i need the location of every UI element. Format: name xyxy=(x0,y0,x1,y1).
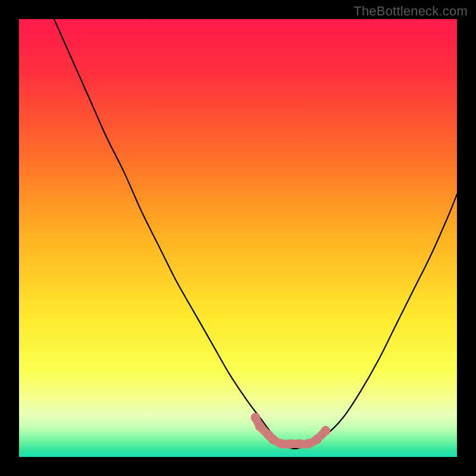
watermark-text: TheBottleneck.com xyxy=(353,4,468,19)
optimal-marker-dot xyxy=(277,439,287,449)
optimal-marker-dot xyxy=(303,439,313,449)
gradient-background xyxy=(19,19,457,457)
plot-area xyxy=(19,19,457,457)
optimal-marker-dot xyxy=(286,439,295,449)
optimal-marker-dot xyxy=(295,439,304,449)
optimal-marker-dot xyxy=(255,421,265,431)
optimal-marker-dot xyxy=(250,413,260,422)
optimal-marker-dot xyxy=(268,435,278,444)
optimal-marker-dot xyxy=(312,435,321,444)
optimal-marker-dot xyxy=(321,426,330,436)
bottleneck-chart xyxy=(19,19,457,457)
chart-frame: TheBottleneck.com xyxy=(0,0,476,476)
